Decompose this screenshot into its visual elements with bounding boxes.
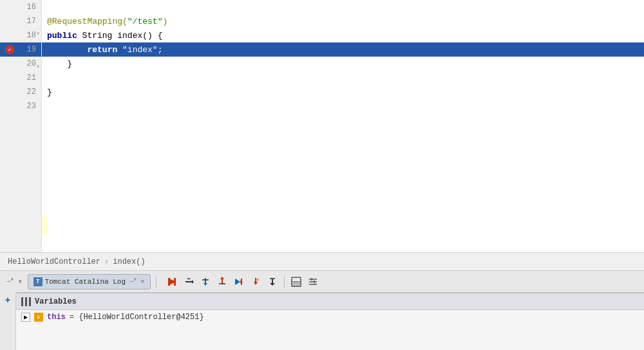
breadcrumb-method[interactable]: index() <box>113 257 145 266</box>
step-over-icon <box>184 277 194 287</box>
line-number-18: 18 ▾ <box>0 28 41 42</box>
variables-title: Variables <box>35 297 77 306</box>
variables-panel: + Variables ▶ ≡ this = {HelloWorldContro… <box>0 292 644 350</box>
editor-area: 16 17 18 ▾ 19 20 <box>0 0 644 270</box>
variable-name: this <box>47 313 66 322</box>
svg-marker-9 <box>220 277 224 279</box>
resume-icon <box>167 277 177 287</box>
force-step-into-icon: × <box>251 277 261 287</box>
code-line-19: return "index"; <box>42 42 644 57</box>
fold-icon-20[interactable]: ▴ <box>36 62 40 69</box>
code-line-23 <box>42 99 644 113</box>
step-out-icon <box>217 277 227 287</box>
line-number-22: 22 <box>0 85 41 99</box>
line-number-17: 17 <box>0 14 41 28</box>
svg-marker-6 <box>204 283 207 286</box>
settings-icon <box>308 277 318 287</box>
variables-content: ▶ ≡ this = {HelloWorldController@4251} <box>16 310 644 350</box>
breadcrumb-class[interactable]: HelloWorldController <box>8 257 100 266</box>
fold-icon-18[interactable]: ▾ <box>36 30 40 37</box>
drop-frame-icon <box>267 277 278 287</box>
tomcat-icon: T <box>33 277 43 286</box>
svg-rect-1 <box>168 278 170 286</box>
add-watch-button[interactable]: + <box>2 295 14 306</box>
svg-rect-2 <box>174 278 176 286</box>
svg-marker-11 <box>235 279 240 285</box>
step-into-icon <box>200 277 211 287</box>
code-line-17: @RequestMapping("/test") <box>42 14 644 28</box>
variables-header: Variables <box>16 293 644 310</box>
yellow-margin-strip <box>42 216 47 234</box>
code-line-21 <box>42 71 644 85</box>
left-action-bar: + <box>0 292 16 350</box>
force-step-into-button[interactable]: × <box>248 274 263 290</box>
variable-expand-btn[interactable]: ▶ <box>21 313 30 322</box>
breakpoint-indicator-19[interactable] <box>5 45 14 54</box>
toolbar-area: →* × T Tomcat Catalina Log →* × <box>0 270 644 292</box>
code-line-20: } <box>42 57 644 71</box>
run-to-cursor-button[interactable] <box>231 274 247 290</box>
line-number-16: 16 <box>0 0 41 14</box>
step-into-button[interactable] <box>198 274 213 290</box>
tomcat-catalina-tab[interactable]: T Tomcat Catalina Log →* × <box>28 274 151 290</box>
code-lines[interactable]: @RequestMapping("/test") public String i… <box>42 0 644 252</box>
line-number-19: 19 <box>0 42 41 57</box>
variable-value: = {HelloWorldController@4251} <box>70 313 204 322</box>
breadcrumb-separator: › <box>104 257 109 266</box>
variable-row-this: ▶ ≡ this = {HelloWorldController@4251} <box>21 313 204 322</box>
tab-label: Tomcat Catalina Log <box>45 278 126 286</box>
line-number-23: 23 <box>0 99 41 113</box>
line-number-20: 20 ▴ <box>0 57 41 71</box>
resume-button[interactable] <box>164 274 180 290</box>
line-number-21: 21 <box>0 71 41 85</box>
settings-button[interactable] <box>305 274 321 290</box>
svg-marker-18 <box>270 283 275 286</box>
run-to-cursor-icon <box>234 277 244 287</box>
code-line-16 <box>42 0 644 14</box>
step-out-button[interactable] <box>214 274 230 290</box>
svg-marker-4 <box>192 280 194 284</box>
variables-header-icon <box>21 297 31 306</box>
step-over-button[interactable] <box>181 274 196 290</box>
code-line-18: public String index() { <box>42 28 644 42</box>
svg-text:×: × <box>256 277 260 282</box>
toolbar-separator-2 <box>284 275 285 288</box>
breadcrumb-bar: HelloWorldController › index() <box>0 252 644 270</box>
restore-layout-button[interactable] <box>289 274 304 290</box>
restore-layout-icon <box>291 277 301 287</box>
pin-tab[interactable]: →* × <box>4 274 25 290</box>
toolbar-separator <box>156 275 156 288</box>
drop-frame-button[interactable] <box>265 274 280 290</box>
toolbar-buttons: × <box>164 274 321 290</box>
svg-rect-21 <box>292 282 301 286</box>
code-line-22: } <box>42 85 644 99</box>
editor-empty-space <box>42 113 644 252</box>
variable-type-icon: ≡ <box>34 313 43 322</box>
line-gutter: 16 17 18 ▾ 19 20 <box>0 0 42 252</box>
